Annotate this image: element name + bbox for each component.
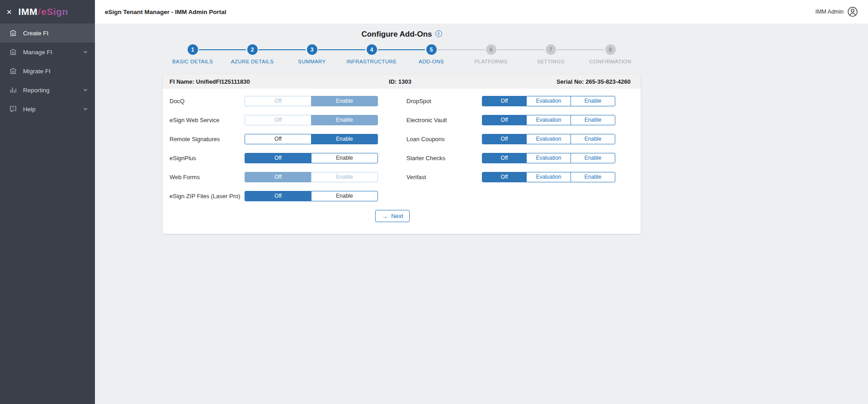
addon-label: eSignPlus <box>170 155 245 162</box>
app-logo: IMM/eSign <box>19 6 68 17</box>
user-name: IMM Admin <box>815 9 844 15</box>
toggle-option-off: Off <box>245 96 311 106</box>
step-connector <box>259 49 306 50</box>
toggle-option-off[interactable]: Off <box>245 191 311 201</box>
step-connector <box>199 49 246 50</box>
addon-label: DropSpot <box>406 98 482 105</box>
fi-card-body: DocQOffEnableeSign Web ServiceOffEnableR… <box>163 89 641 234</box>
step-label: PLATFORMS <box>474 59 507 64</box>
step-number: 1 <box>188 44 198 55</box>
user-avatar-icon[interactable] <box>847 6 858 17</box>
addon-label: Starter Checks <box>406 155 482 162</box>
config-wrapper: Configure Add-Onsi 1BASIC DETAILS2AZURE … <box>163 30 641 234</box>
sidebar-item-manage-fi[interactable]: Manage FI <box>0 43 95 62</box>
bar-chart-icon <box>9 86 17 94</box>
toggle-group-starter-checks: OffEvaluationEnable <box>482 153 615 163</box>
step-add-ons[interactable]: 5ADD-ONS <box>401 44 461 64</box>
arrow-right-icon: → <box>382 213 388 219</box>
step-label: SUMMARY <box>298 59 326 64</box>
toggle-option-off[interactable]: Off <box>482 172 527 182</box>
toggle-group-web-forms: OffEnable <box>245 172 378 182</box>
step-basic-details[interactable]: 1BASIC DETAILS <box>163 44 222 64</box>
fi-name: FI Name: UnifiedFI125111830 <box>170 78 323 85</box>
sidebar-item-help[interactable]: ?Help <box>0 100 95 119</box>
window-title: eSign Tenant Manager - IMM Admin Portal <box>105 9 226 15</box>
step-connector <box>557 49 604 50</box>
toggle-option-evaluation[interactable]: Evaluation <box>526 96 571 106</box>
toggle-option-enable[interactable]: Enable <box>311 153 378 163</box>
step-connector <box>497 49 544 50</box>
sidebar: ✕ IMM/eSign Create FIManage FIMigrate FI… <box>0 0 95 404</box>
sidebar-item-migrate-fi[interactable]: Migrate FI <box>0 62 95 81</box>
addon-row-electronic-vault: Electronic VaultOffEvaluationEnable <box>406 110 615 129</box>
toggle-option-evaluation[interactable]: Evaluation <box>526 153 571 163</box>
step-label: AZURE DETAILS <box>231 59 274 64</box>
toggle-group-verifast: OffEvaluationEnable <box>482 172 615 182</box>
step-infrastructure[interactable]: 4INFRASTRUCTURE <box>342 44 401 64</box>
toggle-option-enable[interactable]: Enable <box>571 153 615 163</box>
bank-icon <box>9 29 17 37</box>
fi-card-header: FI Name: UnifiedFI125111830 ID: 1303 Ser… <box>163 74 641 89</box>
addon-row-verifast: VerifastOffEvaluationEnable <box>406 167 615 186</box>
sidebar-item-label: Manage FI <box>23 49 52 56</box>
next-button[interactable]: → Next <box>375 210 410 222</box>
addon-row-esign-web-service: eSign Web ServiceOffEnable <box>170 110 378 129</box>
addon-label: Loan Coupons <box>406 136 482 143</box>
step-label: CONFIRMATION <box>590 59 632 64</box>
toggle-option-off[interactable]: Off <box>482 96 527 106</box>
toggle-option-off[interactable]: Off <box>482 115 527 125</box>
toggle-group-esign-web-service: OffEnable <box>245 115 378 125</box>
svg-text:?: ? <box>12 107 14 111</box>
step-label: ADD-ONS <box>419 59 444 64</box>
toggle-option-enable[interactable]: Enable <box>571 134 615 144</box>
toggle-option-evaluation[interactable]: Evaluation <box>526 115 571 125</box>
toggle-option-enable[interactable]: Enable <box>311 191 378 201</box>
toggle-option-enable: Enable <box>311 115 378 125</box>
close-icon[interactable]: ✕ <box>6 9 12 15</box>
toggle-option-off[interactable]: Off <box>482 134 527 144</box>
main-area: eSign Tenant Manager - IMM Admin Portal … <box>95 0 868 404</box>
addon-column-right: DropSpotOffEvaluationEnableElectronic Va… <box>406 91 615 205</box>
sidebar-item-label: Help <box>23 106 36 113</box>
sidebar-item-reporting[interactable]: Reporting <box>0 81 95 100</box>
toggle-option-evaluation[interactable]: Evaluation <box>526 134 571 144</box>
toggle-option-evaluation[interactable]: Evaluation <box>526 172 571 182</box>
next-button-label: Next <box>391 213 403 219</box>
user-menu[interactable]: IMM Admin <box>815 6 858 17</box>
info-icon[interactable]: i <box>435 30 442 37</box>
chevron-down-icon <box>82 106 89 112</box>
addon-label: Electronic Vault <box>406 117 482 124</box>
toggle-option-off: Off <box>245 172 311 182</box>
toggle-group-remote-signatures: OffEnable <box>245 134 378 144</box>
bank-icon <box>9 67 17 75</box>
toggle-group-esign-zip-files-laser-pro: OffEnable <box>245 191 378 201</box>
step-number: 5 <box>426 44 437 55</box>
addon-row-esign-zip-files-laser-pro: eSign ZIP Files (Laser Pro)OffEnable <box>170 186 378 205</box>
toggle-option-enable[interactable]: Enable <box>571 172 615 182</box>
toggle-option-off[interactable]: Off <box>245 134 311 144</box>
toggle-option-off[interactable]: Off <box>482 153 527 163</box>
fi-id: ID: 1303 <box>323 78 477 85</box>
toggle-option-enable[interactable]: Enable <box>571 96 615 106</box>
step-label: SETTINGS <box>537 59 565 64</box>
toggle-group-electronic-vault: OffEvaluationEnable <box>482 115 615 125</box>
step-label: INFRASTRUCTURE <box>346 59 396 64</box>
addon-label: Remote Signatures <box>170 136 245 143</box>
step-label: BASIC DETAILS <box>172 59 213 64</box>
addon-label: Web Forms <box>170 174 245 181</box>
toggle-option-enable[interactable]: Enable <box>571 115 615 125</box>
addon-row-starter-checks: Starter ChecksOffEvaluationEnable <box>406 148 615 167</box>
step-azure-details[interactable]: 2AZURE DETAILS <box>222 44 282 64</box>
toggle-option-enable[interactable]: Enable <box>311 134 378 144</box>
step-settings: 7SETTINGS <box>521 44 580 64</box>
addon-label: eSign ZIP Files (Laser Pro) <box>170 193 245 200</box>
sidebar-item-create-fi[interactable]: Create FI <box>0 24 95 43</box>
step-summary[interactable]: 3SUMMARY <box>282 44 342 64</box>
step-number: 8 <box>605 44 616 55</box>
addon-row-remote-signatures: Remote SignaturesOffEnable <box>170 129 378 148</box>
sidebar-item-label: Migrate FI <box>23 68 51 75</box>
toggle-option-off[interactable]: Off <box>245 153 311 163</box>
step-confirmation: 8CONFIRMATION <box>580 44 640 64</box>
toggle-group-docq: OffEnable <box>245 96 378 106</box>
addon-row-loan-coupons: Loan CouponsOffEvaluationEnable <box>406 129 615 148</box>
